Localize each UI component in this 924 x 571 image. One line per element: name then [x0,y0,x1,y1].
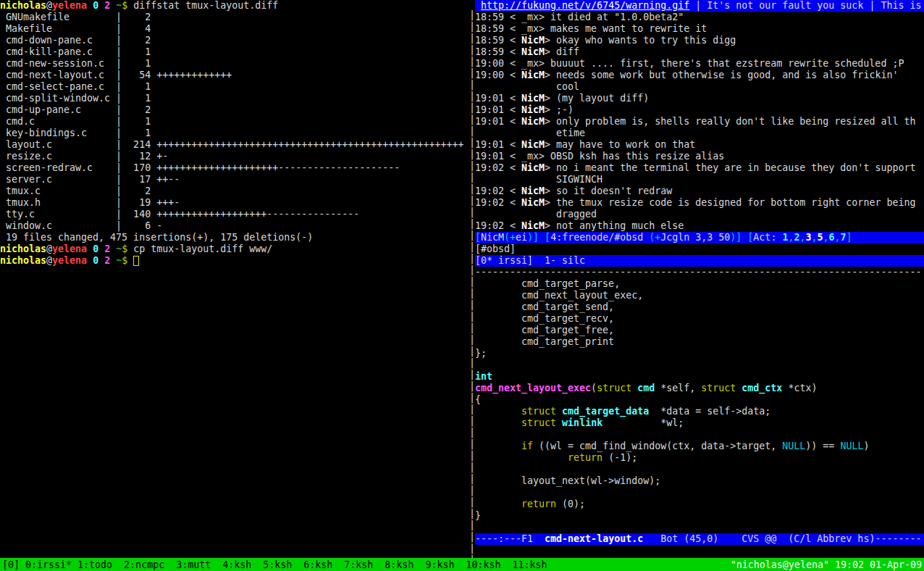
term-row: cmd_next_layout_exec, [475,290,924,301]
term-row: 18:59 < NicM> okay who wants to try this… [475,35,924,46]
term-row: cmd_target_print [475,336,924,348]
term-row [475,522,924,533]
term-row: cmd-new-session.c | 1 [0,58,463,70]
irc-pane[interactable]: http://fukung.net/v/6745/warning.gif | I… [475,0,924,267]
term-row: cmd-select-pane.c | 1 [0,81,463,93]
term-row: GNUmakefile | 2 [0,12,463,23]
term-row: 19:02 < NicM> no i meant the terminal th… [475,162,924,174]
shell-pane[interactable]: nicholas@yelena 0 2 ~$ diffstat tmux-lay… [0,0,463,267]
term-row: screen-redraw.c | 170 ++++++++++++++++++… [0,162,463,174]
term-row: layout_next(wl->window); [475,475,924,487]
term-row: cmd-down-pane.c | 2 [0,35,463,46]
term-row: { [475,394,924,406]
term-row: nicholas@yelena 0 2 ~$ [0,255,463,267]
term-row: 19:02 < NicM> so it doesn't redraw [475,186,924,197]
term-row: nicholas@yelena 0 2 ~$ cp tmux-layout.di… [0,243,463,255]
term-row: 18:59 < _mx> makes me want to rewrite it [475,23,924,35]
term-row: cmd-split-window.c | 1 [0,93,463,104]
pane-divider-horizontal[interactable]: ----------------------------------------… [475,267,924,278]
term-row: key-bindings.c | 1 [0,128,463,139]
term-row: int [475,371,924,383]
term-row: 19:01 < NicM> may have to work on that [475,139,924,151]
term-row: 18:59 < NicM> diff [475,46,924,58]
term-row: nicholas@yelena 0 2 ~$ diffstat tmux-lay… [0,0,463,12]
term-row: cmd_next_layout_exec(struct cmd *self, s… [475,383,924,394]
term-row: struct cmd_target_data *data = self->dat… [475,406,924,417]
term-row: }; [475,348,924,359]
term-row: 19:01 < NicM> only problem is, shells re… [475,116,924,128]
term-row: tmux.h | 19 +++- [0,197,463,209]
term-row [475,487,924,499]
term-row: 19:00 < NicM> needs some work but otherw… [475,70,924,81]
term-row: tmux.c | 2 [0,186,463,197]
term-row: ----:---F1 cmd-next-layout.c Bot (45,0) … [475,533,924,545]
term-row [475,359,924,371]
term-row: SIGWINCH [475,174,924,186]
term-row: struct winlink *wl; [475,417,924,429]
term-row: [#obsd] [475,243,924,255]
term-row: dragged [475,209,924,220]
term-row: server.c | 17 ++-- [0,174,463,186]
term-row: cmd-next-layout.c | 54 +++++++++++++ [0,70,463,81]
term-row: return (0); [475,499,924,510]
term-row: [NicM(+ei)] [4:freenode/#obsd (+Jcgln 3,… [475,232,924,243]
term-row: etime [475,128,924,139]
term-row: cool [475,81,924,93]
term-row: cmd_target_recv, [475,313,924,325]
pane-divider-vertical[interactable]: | | | | | | | | | | | | | | | | | | | | … [469,9,475,566]
editor-pane[interactable]: cmd_target_parse, cmd_next_layout_exec, … [475,278,924,557]
term-row: resize.c | 12 +- [0,151,463,162]
term-row: 19 files changed, 475 insertions(+), 175… [0,232,463,243]
status-right: "nicholas@yelena" 19:02 01-Apr-09 [731,559,922,570]
term-row: Makefile | 4 [0,23,463,35]
term-row: ----------------------------------------… [475,267,924,278]
term-row: cmd_target_parse, [475,278,924,290]
term-row: 19:00 < _mx> buuuut .... first, there's … [475,58,924,70]
term-row: 19:02 < NicM> the tmux resize code is de… [475,197,924,209]
term-row: http://fukung.net/v/6745/warning.gif | I… [475,0,924,12]
term-row: cmd-up-pane.c | 2 [0,104,463,116]
term-row [475,429,924,441]
term-row: cmd_target_free, [475,325,924,336]
term-row [475,545,924,557]
term-row: 19:01 < NicM> ;-) [475,104,924,116]
term-row: tty.c | 140 +++++++++++++++++++---------… [0,209,463,220]
window-list[interactable]: [0] 0:irssi* 1:todo 2:ncmpc 3:mutt 4:ksh… [2,559,547,570]
term-row [475,464,924,475]
term-row: 18:59 < _mx> it died at "1.0.0beta2" [475,12,924,23]
term-row: 19:02 < NicM> not anything much else [475,220,924,232]
term-row: cmd-kill-pane.c | 1 [0,46,463,58]
term-row: return (-1); [475,452,924,464]
term-row: cmd.c | 1 [0,116,463,128]
term-row: if ((wl = cmd_find_window(ctx, data->tar… [475,441,924,452]
term-row: layout.c | 214 +++++++++++++++++++++++++… [0,139,463,151]
term-row: 19:01 < NicM> (my layout diff) [475,93,924,104]
cursor [133,256,139,266]
term-row: 19:01 < _mx> OBSD ksh has this resize al… [475,151,924,162]
term-row: cmd_target_send, [475,301,924,313]
term-row: [0* irssi] 1- silc [475,255,924,267]
term-row: } [475,510,924,522]
term-row: window.c | 6 - [0,220,463,232]
tmux-status-bar: [0] 0:irssi* 1:todo 2:ncmpc 3:mutt 4:ksh… [0,558,924,571]
